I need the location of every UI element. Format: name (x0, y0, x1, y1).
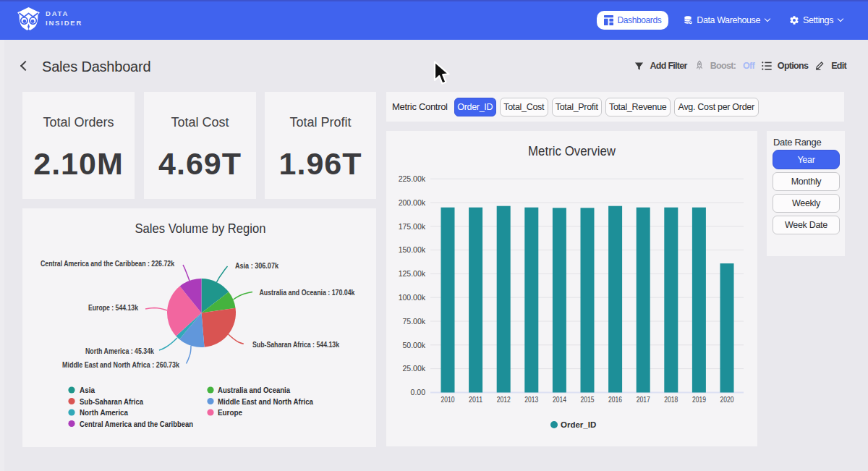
svg-text:2010: 2010 (441, 395, 455, 404)
svg-text:Europe : 544.13k: Europe : 544.13k (88, 303, 139, 312)
svg-text:2016: 2016 (608, 395, 622, 404)
svg-text:2011: 2011 (469, 395, 482, 404)
svg-text:2017: 2017 (637, 395, 650, 404)
svg-text:Asia : 306.07k: Asia : 306.07k (235, 261, 279, 270)
svg-text:2012: 2012 (497, 395, 511, 404)
svg-text:Central America and the Caribb: Central America and the Caribbean : 226.… (41, 259, 175, 268)
svg-text:50.00k: 50.00k (402, 341, 425, 349)
svg-text:75.00k: 75.00k (402, 317, 425, 326)
svg-text:2014: 2014 (553, 395, 566, 404)
svg-text:Australia and Oceania: Australia and Oceania (218, 386, 291, 394)
svg-text:Sub-Saharan Africa: Sub-Saharan Africa (80, 397, 144, 406)
svg-text:Middle East and North Africa: Middle East and North Africa (218, 397, 314, 406)
svg-text:Australia and Oceania : 170.04: Australia and Oceania : 170.04k (260, 288, 356, 297)
svg-text:Sales Volume by Region: Sales Volume by Region (135, 221, 266, 236)
svg-text:North America : 45.34k: North America : 45.34k (85, 347, 155, 355)
svg-text:225.00k: 225.00k (399, 174, 426, 183)
svg-text:25.00k: 25.00k (402, 364, 425, 373)
svg-text:Asia: Asia (80, 386, 95, 394)
svg-text:2013: 2013 (524, 395, 538, 404)
svg-text:Metric Overview: Metric Overview (528, 143, 616, 158)
svg-text:2015: 2015 (581, 395, 595, 404)
svg-text:2020: 2020 (720, 395, 734, 404)
svg-text:2018: 2018 (664, 395, 678, 404)
svg-text:175.00k: 175.00k (399, 222, 426, 231)
svg-text:Middle East and North Africa :: Middle East and North Africa : 260.73k (62, 360, 180, 369)
svg-text:200.00k: 200.00k (399, 198, 426, 207)
svg-text:100.00k: 100.00k (399, 293, 426, 302)
svg-text:0.00: 0.00 (411, 388, 426, 396)
svg-text:Europe: Europe (218, 408, 242, 417)
svg-text:150.00k: 150.00k (399, 245, 426, 254)
svg-text:North America: North America (80, 408, 129, 417)
svg-text:Sub-Saharan Africa : 544.13k: Sub-Saharan Africa : 544.13k (252, 340, 340, 349)
svg-text:2019: 2019 (692, 395, 706, 404)
svg-text:125.00k: 125.00k (399, 269, 426, 278)
svg-text:Central America and the Caribb: Central America and the Caribbean (80, 420, 193, 428)
svg-text:Order_ID: Order_ID (561, 420, 596, 429)
